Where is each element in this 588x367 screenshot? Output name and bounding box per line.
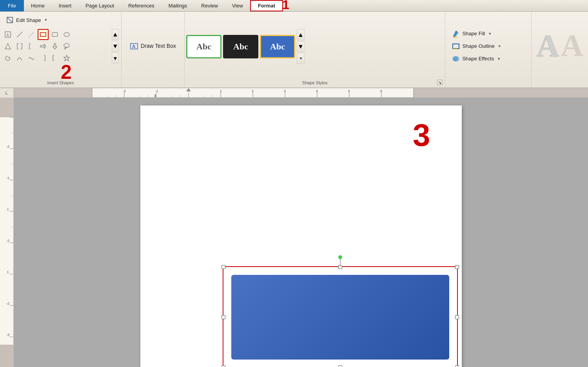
menu-view[interactable]: View bbox=[225, 0, 250, 11]
style-card-black[interactable]: Abc bbox=[223, 35, 258, 58]
svg-text:-1: -1 bbox=[6, 176, 9, 180]
shape-callout-btn[interactable] bbox=[61, 41, 72, 52]
svg-rect-53 bbox=[0, 98, 14, 117]
style-card-blue[interactable]: Abc bbox=[260, 35, 295, 58]
insert-shapes-section: Edit Shape ▼ A bbox=[0, 12, 122, 87]
svg-text:1: 1 bbox=[220, 89, 222, 93]
svg-marker-13 bbox=[64, 55, 69, 61]
shape-rounded-rect-btn[interactable] bbox=[49, 29, 60, 40]
big-a-section: A A bbox=[532, 12, 588, 87]
svg-marker-9 bbox=[40, 44, 46, 48]
shape-outline-icon bbox=[452, 42, 460, 50]
shape-fill-icon bbox=[452, 30, 460, 38]
shape-right-arrow-btn[interactable] bbox=[38, 41, 49, 52]
shape-wave-btn[interactable] bbox=[26, 53, 37, 64]
svg-text:-2: -2 bbox=[123, 89, 126, 93]
effects-dropdown-arrow: ▼ bbox=[497, 57, 501, 61]
shape-triangle-btn[interactable] bbox=[2, 41, 13, 52]
edit-shape-button[interactable]: Edit Shape ▼ bbox=[2, 14, 51, 26]
shape-styles-section: Abc Abc Abc ▲ ▼ ▾ Shape Styles ↘ bbox=[185, 12, 445, 87]
draw-text-box-icon: A bbox=[130, 42, 138, 50]
shapes-scroll-down[interactable]: ▼ bbox=[112, 41, 119, 52]
handle-top-center[interactable] bbox=[338, 265, 342, 269]
v-ruler-svg: -2 -1 1 -2 1 -2 -3 bbox=[0, 98, 14, 367]
style-scroll-down[interactable]: ▼ bbox=[297, 41, 305, 52]
horizontal-ruler: -2 -1 1 2 3 4 5 6 bbox=[14, 88, 588, 97]
menu-file[interactable]: File bbox=[0, 0, 24, 11]
document-page: 3 bbox=[140, 105, 462, 367]
svg-rect-17 bbox=[453, 44, 459, 49]
shape-oval-btn[interactable] bbox=[61, 29, 72, 40]
selected-shape-container[interactable] bbox=[223, 266, 458, 367]
handle-middle-right[interactable] bbox=[455, 315, 459, 319]
svg-line-3 bbox=[17, 32, 22, 37]
handle-middle-left[interactable] bbox=[221, 315, 225, 319]
shape-fill-button[interactable]: Shape Fill ▼ bbox=[449, 28, 527, 39]
svg-marker-8 bbox=[5, 44, 11, 49]
style-scroll-up[interactable]: ▲ bbox=[297, 29, 305, 40]
handle-top-left[interactable] bbox=[221, 265, 225, 269]
handle-bottom-left[interactable] bbox=[221, 365, 225, 367]
shapes-scroll-up[interactable]: ▲ bbox=[112, 29, 119, 40]
shape-styles-expand-icon[interactable]: ↘ bbox=[437, 80, 443, 85]
style-scroll-more[interactable]: ▾ bbox=[297, 53, 305, 64]
shape-effects-button[interactable]: Shape Effects ▼ bbox=[449, 53, 527, 64]
style-card-green[interactable]: Abc bbox=[186, 35, 221, 58]
shape-format-section: Shape Fill ▼ Shape Outline ▼ Shape Effec… bbox=[445, 12, 532, 87]
shape-text-btn[interactable]: A bbox=[2, 29, 13, 40]
svg-rect-55 bbox=[0, 345, 14, 367]
shape-outline-button[interactable]: Shape Outline ▼ bbox=[449, 41, 527, 52]
menu-format[interactable]: Format 1 bbox=[250, 0, 283, 11]
shape-arc-btn[interactable] bbox=[14, 53, 25, 64]
big-a-second: A bbox=[561, 28, 583, 64]
svg-text:-1: -1 bbox=[155, 89, 158, 93]
shape-down-arrow-btn[interactable] bbox=[49, 41, 60, 52]
svg-rect-6 bbox=[52, 33, 58, 36]
shape-line2-btn[interactable] bbox=[26, 29, 37, 40]
svg-text:1: 1 bbox=[7, 207, 9, 211]
svg-rect-23 bbox=[414, 88, 588, 97]
svg-text:A: A bbox=[6, 33, 9, 37]
svg-rect-5 bbox=[40, 33, 46, 36]
svg-rect-21 bbox=[14, 88, 92, 97]
menu-insert[interactable]: Insert bbox=[52, 0, 79, 11]
shape-left-brace-btn[interactable] bbox=[38, 53, 49, 64]
shapes-row-2 bbox=[2, 41, 111, 52]
menu-page-layout[interactable]: Page Layout bbox=[78, 0, 121, 11]
big-a-letter: A bbox=[536, 30, 559, 62]
handle-bottom-center[interactable] bbox=[338, 365, 342, 367]
draw-textbox-section: A Draw Text Box bbox=[122, 12, 185, 87]
shapes-row-1: A bbox=[2, 29, 111, 40]
shape-brace-btn[interactable] bbox=[26, 41, 37, 52]
style-cards: Abc Abc Abc bbox=[186, 35, 295, 58]
svg-text:-2: -2 bbox=[6, 145, 9, 149]
edit-shape-icon bbox=[6, 16, 14, 24]
shapes-grid: A bbox=[2, 29, 111, 64]
shape-line1-btn[interactable] bbox=[14, 29, 25, 40]
draw-text-box-button[interactable]: A Draw Text Box bbox=[126, 40, 180, 52]
menu-home[interactable]: Home bbox=[24, 0, 52, 11]
shape-right-brace-btn[interactable] bbox=[49, 53, 60, 64]
document-area: 3 bbox=[14, 98, 588, 367]
svg-text:5: 5 bbox=[348, 89, 350, 93]
blue-rectangle-shape bbox=[231, 275, 449, 360]
menu-mailings[interactable]: Mailings bbox=[162, 0, 194, 11]
shape-rect-btn[interactable] bbox=[38, 29, 49, 40]
menu-review[interactable]: Review bbox=[194, 0, 225, 11]
shape-bracket-btn[interactable] bbox=[14, 41, 25, 52]
handle-bottom-right[interactable] bbox=[455, 365, 459, 367]
vertical-ruler: -2 -1 1 -2 1 -2 -3 bbox=[0, 98, 14, 367]
svg-marker-12 bbox=[65, 47, 67, 49]
shapes-scroll-more[interactable]: ▾ bbox=[112, 53, 119, 64]
menu-bar: File Home Insert Page Layout References … bbox=[0, 0, 588, 12]
handle-top-right[interactable] bbox=[455, 265, 459, 269]
style-scroll-buttons: ▲ ▼ ▾ bbox=[297, 29, 305, 64]
shapes-row-3 bbox=[2, 53, 111, 64]
annotation-3: 3 bbox=[413, 117, 430, 153]
svg-text:1: 1 bbox=[7, 270, 9, 274]
ruler-corner[interactable]: L bbox=[0, 88, 14, 98]
menu-references[interactable]: References bbox=[121, 0, 161, 11]
shape-spiral-btn[interactable] bbox=[2, 53, 13, 64]
annotation-1: 1 bbox=[282, 0, 289, 12]
rotate-handle[interactable] bbox=[338, 255, 342, 259]
